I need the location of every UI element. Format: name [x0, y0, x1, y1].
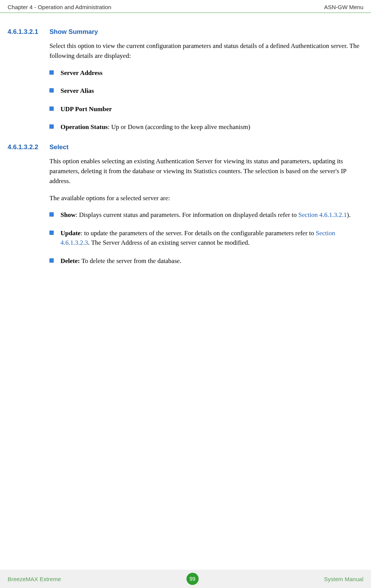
bullet-list-1: Server Address Server Alias UDP Port Num… [49, 68, 363, 132]
section-heading-2: 4.6.1.3.2.2 Select [8, 143, 363, 151]
section-intro: Select this option to view the current c… [49, 41, 363, 61]
list-item: Delete: To delete the server from the da… [49, 256, 363, 266]
header-chapter: Chapter 4 - Operation and Administration [8, 4, 111, 10]
bullet-icon [49, 212, 54, 217]
list-item: Show: Displays current status and parame… [49, 210, 363, 220]
bullet-icon [49, 107, 54, 111]
list-item: Operation Status: Up or Down (according … [49, 122, 363, 132]
bullet-icon [49, 124, 54, 129]
bullet-text: Show: Displays current status and parame… [61, 210, 363, 220]
list-item: Server Alias [49, 86, 363, 96]
page-number-badge: 99 [186, 573, 199, 585]
footer-manual: System Manual [324, 576, 363, 582]
header-menu: ASN-GW Menu [324, 4, 363, 10]
list-item: Server Address [49, 68, 363, 78]
bullet-text: Delete: To delete the server from the da… [61, 256, 363, 266]
section-link[interactable]: Section 4.6.1.3.2.1 [298, 211, 347, 218]
list-item: UDP Port Number [49, 104, 363, 114]
page-content: 4.6.1.3.2.1 Show Summary Select this opt… [0, 13, 371, 266]
list-item: Update: to update the parameters of the … [49, 228, 363, 248]
section-title: Select [49, 143, 68, 151]
section-title: Show Summary [49, 28, 98, 36]
footer-product: BreezeMAX Extreme [8, 576, 61, 582]
bullet-icon [49, 70, 54, 75]
section-number: 4.6.1.3.2.1 [8, 28, 49, 36]
bullet-text: Server Address [61, 68, 363, 78]
bullet-text: Update: to update the parameters of the … [61, 228, 363, 248]
section-heading-1: 4.6.1.3.2.1 Show Summary [8, 28, 363, 36]
page-footer: BreezeMAX Extreme 99 System Manual [0, 570, 371, 588]
bullet-text: Server Alias [61, 86, 363, 96]
bullet-list-2: Show: Displays current status and parame… [49, 210, 363, 266]
bullet-text: UDP Port Number [61, 104, 363, 114]
section-intro-2: The available options for a selected ser… [49, 193, 363, 203]
section-number: 4.6.1.3.2.2 [8, 143, 49, 151]
bullet-icon [49, 231, 54, 235]
page-header: Chapter 4 - Operation and Administration… [0, 0, 371, 13]
section-intro: This option enables selecting an existin… [49, 156, 363, 186]
bullet-icon [49, 258, 54, 263]
bullet-text: Operation Status: Up or Down (according … [61, 122, 363, 132]
bullet-icon [49, 88, 54, 92]
